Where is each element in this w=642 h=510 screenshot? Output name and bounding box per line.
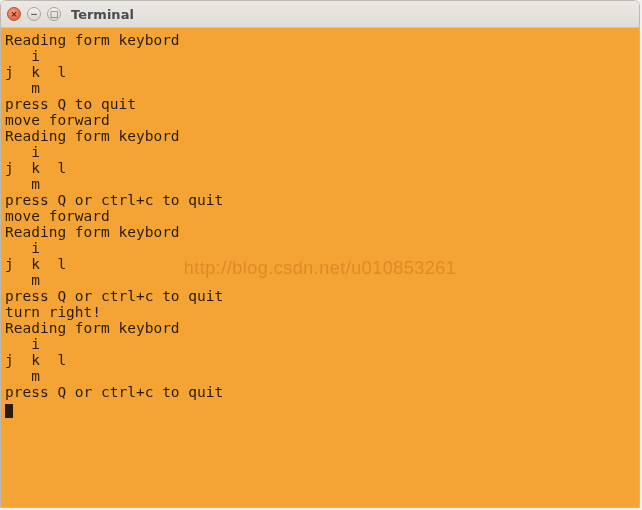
minimize-button[interactable]: − [27, 7, 41, 21]
terminal-body[interactable]: http://blog.csdn.net/u010853261 Reading … [1, 28, 639, 508]
window-title: Terminal [71, 7, 134, 22]
window-buttons: × − □ [7, 7, 61, 21]
maximize-button[interactable]: □ [47, 7, 61, 21]
maximize-icon: □ [50, 9, 59, 18]
terminal-window: × − □ Terminal http://blog.csdn.net/u010… [0, 0, 640, 508]
terminal-cursor [5, 404, 13, 418]
close-button[interactable]: × [7, 7, 21, 21]
minimize-icon: − [30, 9, 38, 18]
terminal-output: Reading form keybord i j k l m press Q t… [5, 32, 635, 416]
titlebar[interactable]: × − □ Terminal [1, 1, 639, 28]
close-icon: × [10, 9, 18, 18]
